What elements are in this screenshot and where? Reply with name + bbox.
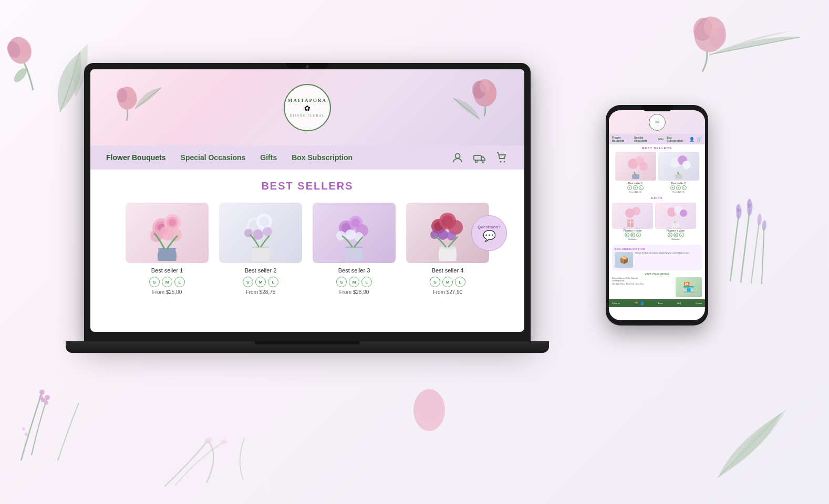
cart-icon[interactable] (495, 151, 509, 164)
site-main: BEST SELLERS (90, 170, 524, 306)
laptop-wrapper: MAITAPORA ✿ DISEÑO FLORAL (84, 63, 531, 368)
phone-footer-about[interactable]: About (658, 302, 662, 304)
delivery-icon[interactable] (473, 151, 486, 164)
phone-nav: Flower Bouquets Special Occasions Gifts … (609, 134, 705, 144)
size-m-3[interactable]: M (349, 277, 359, 287)
store-address: 123 Main Street, New York – Mon-Sun... (612, 283, 673, 286)
phone-nav-gifts[interactable]: Gifts (658, 138, 664, 141)
svg-point-10 (41, 398, 45, 402)
phone-wrapper: M Flower Bouquets Special Occasions Gift… (606, 105, 708, 326)
laptop-camera (306, 65, 309, 68)
chat-bubble[interactable]: Questions? 💬 (471, 215, 507, 251)
best-sellers-title: BEST SELLERS (106, 180, 509, 192)
size-s-2[interactable]: S (243, 277, 253, 287)
size-badges-2: S M L (219, 277, 302, 287)
svg-point-43 (169, 219, 176, 226)
size-s-3[interactable]: S (336, 277, 347, 287)
phone-gift-card-2[interactable]: Flowers + Vase S M L Multisize (655, 203, 696, 240)
size-badges-4: S M L (406, 277, 489, 287)
svg-point-3 (12, 66, 29, 85)
product-name-1: Best seller 1 (126, 267, 209, 274)
phone-header: M (609, 110, 705, 134)
size-m-2[interactable]: M (255, 277, 266, 287)
svg-rect-78 (675, 174, 682, 179)
phone-footer-faq[interactable]: FAQ (677, 302, 681, 304)
svg-point-17 (736, 206, 742, 219)
product-name-3: Best seller 3 (313, 267, 396, 274)
svg-point-1 (5, 39, 23, 59)
svg-point-6 (708, 25, 728, 49)
size-m-1[interactable]: M (162, 277, 172, 287)
svg-point-90 (413, 389, 445, 431)
svg-point-18 (736, 204, 741, 213)
nav-flower-bouquets[interactable]: Flower Bouquets (106, 153, 166, 162)
phone-footer-contact[interactable]: Contact (696, 302, 702, 304)
svg-point-68 (438, 229, 448, 240)
phone-site: M Flower Bouquets Special Occasions Gift… (609, 110, 705, 320)
phone-account-icon[interactable]: 👤 (689, 137, 695, 142)
svg-point-15 (203, 436, 213, 445)
svg-point-36 (500, 161, 502, 163)
size-s-1[interactable]: S (149, 277, 160, 287)
banner-leaf-right (451, 96, 482, 125)
bg-leaf-topright (694, 2, 806, 99)
size-s-4[interactable]: S (430, 277, 440, 287)
phone-nav-bouquets[interactable]: Flower Bouquets (612, 136, 631, 142)
svg-point-4 (691, 14, 729, 55)
banner-leaf-left (132, 85, 164, 115)
nav-gifts[interactable]: Gifts (260, 153, 277, 162)
chat-label: Questions? (478, 225, 501, 229)
phone-footer-follow: Follow us (612, 302, 620, 304)
svg-point-50 (259, 216, 270, 227)
phone-product-card-2[interactable]: Best seller 2 S M L From $28,75 (658, 152, 699, 193)
svg-point-52 (263, 227, 272, 236)
svg-point-31 (480, 79, 490, 93)
size-l-2[interactable]: L (268, 277, 278, 287)
products-grid: Best seller 1 S M L From $25,00 (106, 203, 509, 295)
svg-point-91 (418, 389, 441, 421)
svg-point-7 (702, 16, 720, 37)
facebook-icon[interactable]: 📘 (640, 301, 644, 305)
phone-gift-card-1[interactable]: Flowers + more S M L Multisize (612, 203, 653, 240)
size-m-4[interactable]: M (442, 277, 453, 287)
phone-nav-occasions[interactable]: Special Occasions (634, 136, 655, 142)
svg-point-77 (682, 161, 691, 169)
nav-special-occasions[interactable]: Special Occasions (181, 153, 246, 162)
svg-point-9 (39, 395, 43, 400)
chat-icon: 💬 (483, 229, 496, 242)
product-image-2 (219, 203, 302, 263)
svg-point-13 (25, 433, 28, 436)
phone-gift-image-1 (612, 203, 653, 229)
instagram-icon[interactable]: 📸 (635, 301, 638, 305)
laptop-base (66, 341, 549, 353)
product-price-4: From $27,90 (406, 289, 489, 295)
site-header-banner: MAITAPORA ✿ DISEÑO FLORAL (90, 69, 524, 145)
brand-name: MAITAPORA (288, 98, 327, 103)
site-logo[interactable]: MAITAPORA ✿ DISEÑO FLORAL (284, 84, 331, 131)
product-card-2[interactable]: Best seller 2 S M L From $28,75 (219, 203, 302, 295)
phone-product-card-1[interactable]: Best seller 1 S M L From $25,00 (615, 152, 656, 193)
svg-point-5 (691, 16, 714, 43)
phone-nav-subscription[interactable]: Box Subscription (667, 136, 686, 142)
product-card-1[interactable]: Best seller 1 S M L From $25,00 (126, 203, 209, 295)
product-card-3[interactable]: Best seller 3 S M L From $28,90 (313, 203, 396, 295)
size-l-3[interactable]: L (361, 277, 372, 287)
product-price-1: From $25,00 (126, 289, 209, 295)
phone-subscription-title: BOX SUBSCRIPTION (615, 247, 699, 250)
phone-footer-social: 📸 📘 (635, 301, 644, 305)
phone-subscription-image: 📦 (615, 252, 633, 268)
account-icon[interactable] (451, 151, 464, 164)
phone-gifts-title: GIFTS (609, 194, 705, 201)
nav-box-subscription[interactable]: Box Subscription (292, 153, 353, 162)
size-l-4[interactable]: L (455, 277, 465, 287)
phone-cart-icon[interactable]: 🛒 (697, 137, 702, 142)
product-card-4[interactable]: Best seller 4 S M L From $27,90 (406, 203, 489, 295)
svg-point-37 (504, 161, 505, 163)
bg-flower-topright (660, 0, 757, 91)
svg-point-35 (482, 161, 484, 163)
phone-logo: M (649, 114, 666, 131)
product-name-4: Best seller 4 (406, 267, 489, 274)
size-l-1[interactable]: L (174, 277, 185, 287)
phone-gift-badges-2: S M L (655, 233, 696, 237)
size-badges-1: S M L (126, 277, 209, 287)
